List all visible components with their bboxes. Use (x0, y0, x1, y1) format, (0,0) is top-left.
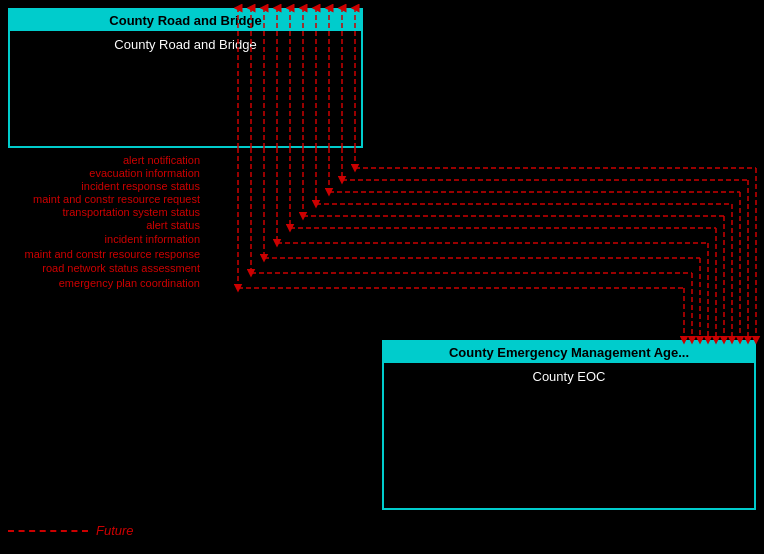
label-maint-constr-resource-request: maint and constr resource request (33, 193, 200, 205)
label-maint-constr-resource-response: maint and constr resource response (25, 248, 200, 260)
label-emergency-plan-coordination: emergency plan coordination (59, 277, 200, 289)
label-transportation-system-status: transportation system status (62, 206, 200, 218)
label-evacuation-information: evacuation information (89, 167, 200, 179)
label-incident-response-status: incident response status (81, 180, 200, 192)
diagram-svg: alert notification evacuation informatio… (0, 0, 764, 554)
label-alert-notification: alert notification (123, 154, 200, 166)
legend-line (8, 530, 88, 532)
label-incident-information: incident information (105, 233, 200, 245)
legend: Future (8, 523, 134, 538)
label-alert-status: alert status (146, 219, 200, 231)
legend-label: Future (96, 523, 134, 538)
label-road-network-status-assessment: road network status assessment (42, 262, 200, 274)
